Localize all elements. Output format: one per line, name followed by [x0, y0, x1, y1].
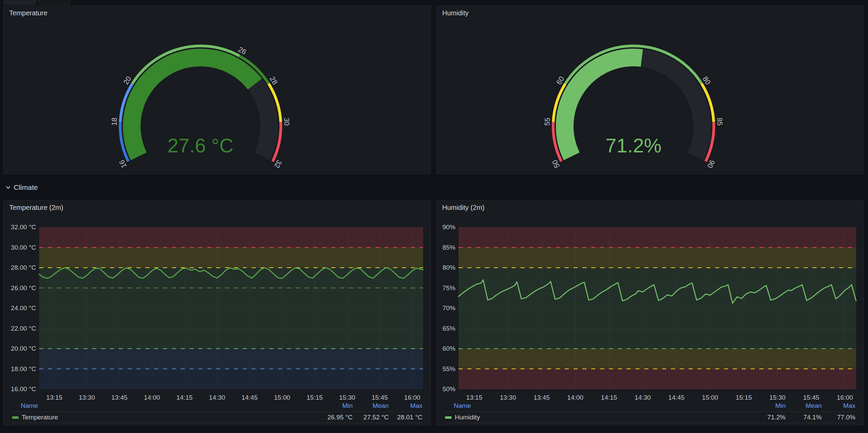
svg-text:14:00: 14:00	[144, 394, 160, 401]
svg-text:13:45: 13:45	[111, 394, 128, 401]
svg-text:13:15: 13:15	[466, 394, 482, 401]
panel-title-temperature-2m[interactable]: Temperature (2m)	[9, 204, 63, 212]
svg-text:15:00: 15:00	[702, 394, 718, 401]
row-header-climate[interactable]: Climate	[5, 183, 38, 192]
svg-text:80%: 80%	[443, 264, 455, 271]
legend-series-name[interactable]: Humidity	[455, 414, 480, 421]
variable-dropdown-1[interactable]	[3, 0, 36, 4]
gauge-value-temperature: 27.6 °C	[167, 134, 234, 157]
legend-value-min: 26.95 °C	[315, 414, 353, 421]
svg-text:20.00 °C: 20.00 °C	[11, 345, 36, 352]
svg-text:15:45: 15:45	[803, 394, 819, 401]
svg-text:30.00 °C: 30.00 °C	[11, 244, 36, 251]
svg-text:15:00: 15:00	[274, 394, 290, 401]
legend-row-humidity: Humidity 71.2% 74.1% 77.0%	[445, 412, 855, 423]
legend-header-name[interactable]: Name	[21, 402, 38, 410]
legend-header-min[interactable]: Min	[748, 402, 786, 410]
svg-text:14:30: 14:30	[209, 394, 225, 401]
legend-series-name[interactable]: Temperature	[22, 414, 58, 421]
svg-text:50%: 50%	[443, 385, 455, 393]
svg-text:14:00: 14:00	[567, 394, 583, 401]
svg-text:13:45: 13:45	[533, 394, 550, 401]
svg-text:18: 18	[110, 117, 118, 126]
svg-text:55: 55	[543, 117, 551, 126]
dashboard: { "row": { "label": "Climate" }, "colors…	[0, 0, 868, 433]
legend-temperature: Name Min Mean Max Temperature 26.95 °C 2…	[12, 402, 422, 423]
panel-title-humidity[interactable]: Humidity	[442, 9, 469, 17]
row-label: Climate	[14, 183, 38, 191]
legend-header-max[interactable]: Max	[822, 402, 855, 410]
svg-text:30: 30	[283, 117, 291, 126]
legend-header-min[interactable]: Min	[315, 402, 353, 410]
svg-text:13:30: 13:30	[79, 394, 95, 401]
legend-value-max: 28.01 °C	[389, 414, 422, 421]
legend-header-max[interactable]: Max	[389, 402, 422, 410]
legend-value-min: 71.2%	[748, 414, 786, 421]
gauge-value-humidity: 71.2%	[606, 134, 661, 157]
legend-value-mean: 74.1%	[786, 414, 822, 421]
humidity-chart-plot[interactable]: 90%85%80%75%70%65%60%55%50%13:1513:3013:…	[437, 200, 864, 426]
svg-text:18.00 °C: 18.00 °C	[11, 365, 36, 372]
panel-temperature-2m: 32.00 °C30.00 °C28.00 °C26.00 °C24.00 °C…	[3, 200, 431, 425]
legend-humidity: Name Min Mean Max Humidity 71.2% 74.1% 7…	[445, 402, 855, 423]
svg-text:70%: 70%	[443, 304, 455, 312]
svg-text:15:30: 15:30	[339, 394, 355, 401]
legend-value-max: 77.0%	[822, 414, 855, 421]
legend-row-temperature: Temperature 26.95 °C 27.52 °C 28.01 °C	[12, 412, 422, 423]
svg-text:22.00 °C: 22.00 °C	[11, 325, 36, 332]
panel-humidity-gauge: 505560808590 Humidity 71.2%	[436, 5, 864, 174]
legend-header-row: Name Min Mean Max	[12, 402, 422, 410]
legend-header-row: Name Min Mean Max	[445, 402, 855, 410]
svg-text:15:45: 15:45	[372, 394, 388, 401]
svg-text:85: 85	[716, 117, 724, 126]
chevron-down-icon	[5, 185, 11, 190]
svg-text:16:00: 16:00	[404, 394, 420, 401]
svg-text:13:15: 13:15	[46, 394, 63, 401]
legend-header-mean[interactable]: Mean	[353, 402, 389, 410]
legend-value-mean: 27.52 °C	[353, 414, 389, 421]
series-color-swatch	[445, 416, 452, 419]
panel-humidity-2m: 90%85%80%75%70%65%60%55%50%13:1513:3013:…	[436, 200, 864, 425]
svg-text:55%: 55%	[443, 365, 455, 372]
svg-text:26.00 °C: 26.00 °C	[11, 284, 36, 292]
svg-text:15:15: 15:15	[736, 394, 752, 401]
svg-text:85%: 85%	[443, 244, 455, 251]
svg-text:15:15: 15:15	[307, 394, 323, 401]
svg-text:24.00 °C: 24.00 °C	[11, 304, 36, 312]
svg-text:75%: 75%	[443, 284, 455, 292]
svg-text:14:45: 14:45	[241, 394, 258, 401]
legend-header-name[interactable]: Name	[454, 402, 471, 410]
svg-text:60%: 60%	[443, 345, 455, 352]
svg-text:14:45: 14:45	[668, 394, 685, 401]
svg-text:14:30: 14:30	[634, 394, 651, 401]
panel-title-humidity-2m[interactable]: Humidity (2m)	[442, 204, 484, 212]
svg-text:15:30: 15:30	[769, 394, 786, 401]
svg-text:32.00 °C: 32.00 °C	[11, 223, 36, 231]
svg-text:65%: 65%	[443, 325, 455, 332]
svg-text:13:30: 13:30	[500, 394, 516, 401]
series-color-swatch	[12, 416, 19, 419]
panel-title-temperature[interactable]: Temperature	[9, 9, 47, 17]
svg-text:28.00 °C: 28.00 °C	[11, 264, 36, 271]
variable-dropdown-2[interactable]	[39, 0, 70, 4]
svg-text:16:00: 16:00	[837, 394, 853, 401]
temperature-chart-plot[interactable]: 32.00 °C30.00 °C28.00 °C26.00 °C24.00 °C…	[4, 200, 431, 426]
svg-text:14:15: 14:15	[176, 394, 193, 401]
svg-text:14:15: 14:15	[601, 394, 617, 401]
svg-text:16.00 °C: 16.00 °C	[11, 385, 36, 393]
panel-temperature-gauge: 16182026283032 Temperature 27.6 °C	[3, 5, 431, 174]
svg-text:90%: 90%	[443, 223, 455, 231]
legend-header-mean[interactable]: Mean	[786, 402, 822, 410]
